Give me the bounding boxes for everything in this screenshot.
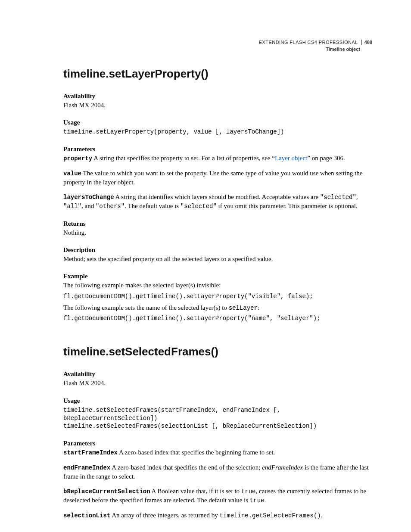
param-text: The value to which you want to set the p… xyxy=(63,170,362,186)
label-parameters: Parameters xyxy=(63,146,372,153)
parameter-property: property A string that specifies the pro… xyxy=(63,154,372,163)
param-text: A zero-based index that specifies the be… xyxy=(118,449,275,456)
section-spacer xyxy=(63,325,372,345)
parameter-value: value The value to which you want to set… xyxy=(63,169,372,187)
param-name-endframeindex: endFrameIndex xyxy=(63,464,110,471)
code-literal: "selected" xyxy=(320,194,356,201)
param-text: . The default value is xyxy=(125,202,181,209)
availability-text: Flash MX 2004. xyxy=(63,379,372,387)
example-text: The following example sets the name of t… xyxy=(63,304,229,311)
book-title: EXTENDING FLASH CS4 PROFESSIONAL xyxy=(259,40,362,45)
label-availability: Availability xyxy=(63,93,372,100)
page-number: 488 xyxy=(362,40,372,45)
parameter-breplacecurrentselection: bReplaceCurrentSelection A Boolean value… xyxy=(63,487,372,505)
chapter-title: Timeline object xyxy=(259,47,372,52)
param-name-value: value xyxy=(63,170,81,177)
param-name-layerstochange: layersToChange xyxy=(63,194,114,201)
label-example: Example xyxy=(63,273,372,280)
code-literal: "all" xyxy=(63,203,81,210)
parameter-layerstochange: layersToChange A string that identifies … xyxy=(63,193,372,211)
parameter-selectionlist: selectionList An array of three integers… xyxy=(63,511,372,520)
example-intro-1: The following example makes the selected… xyxy=(63,281,372,289)
usage-code: timeline.setLayerProperty(property, valu… xyxy=(63,128,372,136)
label-description: Description xyxy=(63,246,372,254)
label-usage: Usage xyxy=(63,119,372,126)
example-code-1: fl.getDocumentDOM().getTimeline().setLay… xyxy=(63,292,372,301)
param-text: ” on page 306. xyxy=(307,155,345,162)
code-literal: "others" xyxy=(96,203,125,210)
running-header-line1: EXTENDING FLASH CS4 PROFESSIONAL488 xyxy=(259,38,372,46)
code-literal: true xyxy=(241,488,256,495)
label-usage: Usage xyxy=(63,397,372,404)
param-name-property: property xyxy=(63,155,92,162)
param-text: A Boolean value that, if it is set to xyxy=(150,488,241,495)
running-header: EXTENDING FLASH CS4 PROFESSIONAL488 Time… xyxy=(259,38,372,52)
method-heading-setlayerproperty: timeline.setLayerProperty() xyxy=(63,67,372,81)
param-name-breplacecurrentselection: bReplaceCurrentSelection xyxy=(63,488,150,495)
returns-text: Nothing. xyxy=(63,228,372,237)
code-literal: "selected" xyxy=(181,203,217,210)
usage-code: timeline.setSelectedFrames(startFrameInd… xyxy=(63,406,372,431)
label-availability: Availability xyxy=(63,370,372,378)
param-text: , and xyxy=(81,202,96,209)
param-text: , xyxy=(356,193,358,200)
parameter-startframeindex: startFrameIndex A zero-based index that … xyxy=(63,448,372,457)
param-italic: endFrameIndex xyxy=(262,464,303,471)
page-container: EXTENDING FLASH CS4 PROFESSIONAL488 Time… xyxy=(0,0,411,532)
code-literal: timeline.getSelectedFrames() xyxy=(219,512,321,519)
param-text: if you omit this parameter. This paramet… xyxy=(217,202,358,209)
parameter-endframeindex: endFrameIndex A zero-based index that sp… xyxy=(63,463,372,481)
param-name-selectionlist: selectionList xyxy=(63,512,110,519)
param-text: . xyxy=(264,497,266,504)
code-literal: selLayer xyxy=(229,305,258,311)
label-returns: Returns xyxy=(63,220,372,227)
link-layer-object[interactable]: Layer object xyxy=(275,155,307,162)
availability-text: Flash MX 2004. xyxy=(63,101,372,109)
param-text: A string that specifies the property to … xyxy=(92,155,275,162)
example-intro-2: The following example sets the name of t… xyxy=(63,303,372,312)
code-literal: true xyxy=(250,497,265,504)
param-text: A zero-based index that specifies the en… xyxy=(110,464,262,471)
example-text: : xyxy=(258,304,259,311)
label-parameters: Parameters xyxy=(63,440,372,447)
param-text: A string that identifies which layers sh… xyxy=(114,193,320,200)
example-code-2: fl.getDocumentDOM().getTimeline().setLay… xyxy=(63,314,372,323)
param-text: An array of three integers, as returned … xyxy=(110,512,219,519)
method-heading-setselectedframes: timeline.setSelectedFrames() xyxy=(63,345,372,358)
param-text: . xyxy=(321,512,323,519)
main-content: timeline.setLayerProperty() Availability… xyxy=(63,38,372,520)
param-name-startframeindex: startFrameIndex xyxy=(63,449,118,456)
description-text: Method; sets the specified property on a… xyxy=(63,255,372,263)
